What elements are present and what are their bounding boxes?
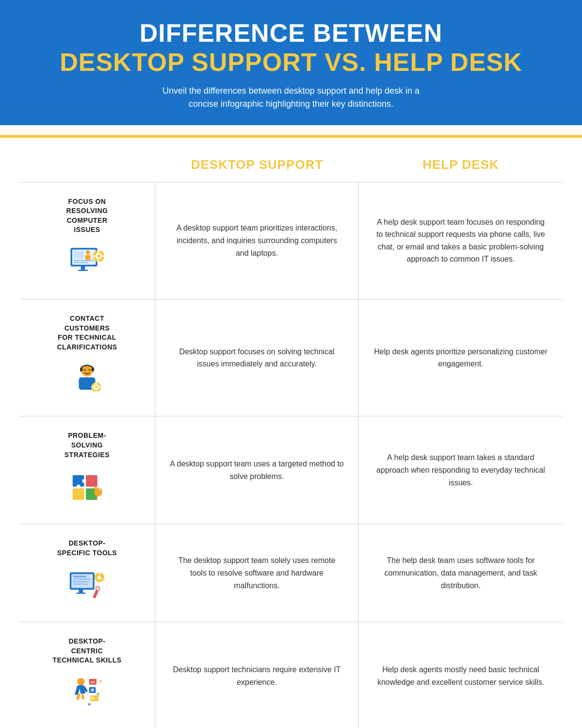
category-label-3: PROBLEM-SOLVINGSTRATEGIES [65, 431, 110, 460]
svg-rect-44 [79, 590, 83, 593]
svg-rect-40 [73, 576, 86, 577]
header-title-sub: DESKTOP SUPPORT VS. HELP DESK [29, 47, 553, 77]
category-label-2: CONTACTCUSTOMERSFOR TECHNICALCLARIFICATI… [57, 314, 117, 352]
category-cell-3: PROBLEM-SOLVINGSTRATEGIES [19, 416, 155, 524]
header-subtitle: Unveil the differences between desktop s… [29, 84, 553, 111]
helpdesk-data-4: The help desk team uses software tools f… [359, 524, 563, 622]
svg-rect-21 [92, 367, 94, 372]
svg-rect-45 [76, 593, 85, 594]
category-label-4: DESKTOP-SPECIFIC TOOLS [57, 539, 117, 558]
svg-rect-26 [96, 390, 97, 392]
svg-text:★: ★ [96, 691, 100, 696]
content-area: DESKTOP SUPPORT HELP DESK FOCUS ONRESOLV… [0, 138, 582, 728]
helpdesk-data-5: Help desk agents mostly need basic techn… [359, 622, 563, 728]
svg-rect-10 [98, 250, 99, 252]
desktop-support-header: DESKTOP SUPPORT [155, 152, 359, 182]
svg-rect-36 [97, 487, 99, 495]
svg-rect-2 [74, 251, 84, 259]
svg-point-14 [86, 250, 90, 255]
svg-rect-43 [73, 583, 88, 585]
svg-rect-37 [100, 488, 102, 495]
desktop-data-1: A desktop support team prioritizes inter… [155, 182, 359, 299]
desktop-data-5: Desktop support technicians require exte… [155, 622, 359, 728]
technical-skills-icon: </> ★ ★ ★ [65, 671, 109, 715]
svg-rect-11 [98, 260, 99, 262]
desktop-tools-icon [65, 563, 109, 607]
svg-rect-27 [91, 386, 93, 388]
column-headers: DESKTOP SUPPORT HELP DESK [19, 152, 563, 182]
helpdesk-data-1: A help desk support team focuses on resp… [359, 182, 563, 299]
problem-solving-icon [65, 465, 109, 509]
helpdesk-data-3: A help desk support team takes a standar… [359, 416, 563, 524]
svg-text:★: ★ [87, 702, 91, 707]
svg-point-18 [84, 369, 85, 370]
header-title-main: DIFFERENCE BETWEEN [29, 19, 553, 47]
svg-rect-30 [73, 488, 84, 500]
comparison-table: FOCUS ONRESOLVINGCOMPUTERISSUES [19, 182, 563, 728]
svg-text:</>: </> [90, 680, 95, 684]
svg-rect-25 [96, 382, 97, 383]
col-empty [19, 152, 155, 182]
header: DIFFERENCE BETWEEN DESKTOP SUPPORT VS. H… [0, 0, 582, 125]
svg-point-54 [91, 688, 94, 692]
svg-rect-5 [81, 266, 85, 270]
svg-rect-20 [80, 367, 82, 372]
svg-rect-4 [74, 262, 88, 264]
svg-rect-6 [78, 270, 88, 271]
svg-point-49 [97, 587, 99, 590]
svg-point-34 [82, 479, 86, 483]
desktop-data-2: Desktop support focuses on solving techn… [155, 299, 359, 416]
category-label-5: DESKTOP-CENTRICTECHNICAL SKILLS [52, 637, 121, 665]
svg-point-9 [97, 255, 100, 258]
category-cell-5: DESKTOP-CENTRICTECHNICAL SKILLS </> [19, 622, 155, 728]
svg-rect-47 [99, 572, 100, 575]
svg-rect-13 [102, 256, 104, 257]
svg-rect-15 [85, 255, 90, 260]
category-cell-4: DESKTOP-SPECIFIC TOOLS [19, 524, 155, 622]
category-cell-1: FOCUS ONRESOLVINGCOMPUTERISSUES [19, 182, 155, 299]
helpdesk-data-2: Help desk agents prioritize personalizin… [359, 299, 563, 416]
contact-customers-icon [65, 358, 109, 401]
desktop-data-4: The desktop support team solely uses rem… [155, 524, 359, 622]
svg-point-33 [76, 484, 81, 489]
svg-rect-42 [73, 581, 90, 582]
computer-issues-icon [65, 241, 109, 284]
category-cell-2: CONTACTCUSTOMERSFOR TECHNICALCLARIFICATI… [19, 299, 155, 416]
svg-rect-12 [93, 256, 95, 257]
help-desk-header: HELP DESK [359, 152, 563, 182]
svg-rect-28 [99, 386, 101, 388]
svg-text:★: ★ [98, 678, 103, 684]
svg-point-19 [89, 369, 90, 370]
desktop-data-3: A desktop support team uses a targeted m… [155, 416, 359, 524]
svg-rect-35 [95, 486, 97, 495]
category-label-1: FOCUS ONRESOLVINGCOMPUTERISSUES [66, 197, 108, 235]
svg-rect-3 [74, 260, 94, 262]
svg-point-24 [95, 386, 97, 388]
svg-point-50 [77, 678, 84, 685]
svg-rect-41 [73, 579, 91, 580]
svg-rect-31 [86, 475, 97, 487]
